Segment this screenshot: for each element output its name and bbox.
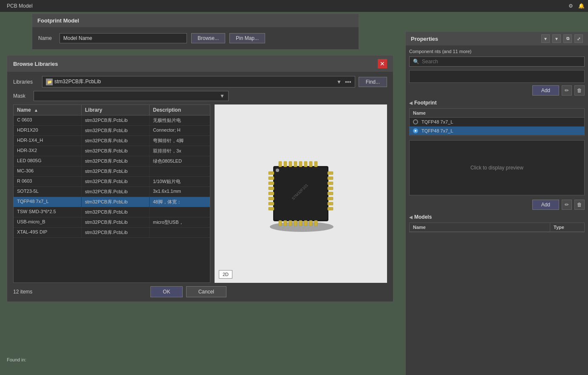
- footprint-radio[interactable]: [413, 119, 418, 124]
- svg-rect-5: [284, 161, 287, 167]
- edit-icon[interactable]: ✏: [562, 85, 572, 96]
- table-row[interactable]: XTAL-49S DIP stm32PCB库.PcbLib: [14, 228, 210, 238]
- svg-rect-6: [289, 161, 292, 167]
- browse-title: Browse Libraries: [13, 61, 58, 67]
- svg-rect-34: [328, 202, 333, 205]
- row-name: R 0603: [14, 177, 82, 186]
- col-description: Description: [150, 105, 210, 115]
- section-collapse-icon: ◀: [409, 101, 413, 105]
- cancel-button[interactable]: Cancel: [186, 286, 226, 297]
- props-title-icons: ▼ ▼ ⧉ ⤢: [541, 34, 583, 43]
- table-row[interactable]: SOT23-5L stm32PCB库.PcbLib 3x1.6x1.1mm: [14, 187, 210, 197]
- svg-rect-10: [309, 161, 312, 167]
- row-name: USB-micro_B: [14, 217, 82, 227]
- svg-rect-25: [269, 197, 274, 200]
- row-description: 1/10W贴片电: [150, 177, 210, 186]
- libraries-dropdown[interactable]: 📁 stm32PCB库.PcbLib ▼ •••: [42, 76, 355, 87]
- find-button[interactable]: Find...: [359, 77, 387, 87]
- 2d-toggle-button[interactable]: 2D: [219, 270, 232, 279]
- copy-icon[interactable]: ⧉: [563, 34, 572, 43]
- svg-rect-22: [269, 182, 274, 185]
- edit-icon-2[interactable]: ✏: [562, 200, 572, 210]
- footprint-name: TQFP48 7x7_L: [421, 119, 453, 124]
- svg-rect-19: [314, 220, 317, 226]
- footprint-row[interactable]: TQFP48 7x7_L: [410, 127, 584, 135]
- row-description: [150, 207, 210, 217]
- table-row[interactable]: R 0603 stm32PCB库.PcbLib 1/10W贴片电: [14, 177, 210, 187]
- row-name: C 0603: [14, 116, 82, 125]
- mask-input[interactable]: ▼: [34, 91, 229, 101]
- top-bar: PCB Model ⚙ 🔔: [0, 0, 588, 12]
- mask-dropdown-icon: ▼: [220, 93, 225, 99]
- row-name: HDR-3X2: [14, 146, 82, 156]
- row-description: 弯脚排针，4脚: [150, 136, 210, 146]
- expand-icon[interactable]: ⤢: [574, 34, 583, 43]
- svg-rect-35: [328, 207, 333, 210]
- col-name: Name ▲: [14, 105, 82, 115]
- delete-icon-2[interactable]: 🗑: [574, 200, 585, 210]
- search-input[interactable]: [422, 59, 581, 65]
- footprint-radio[interactable]: [413, 128, 418, 133]
- svg-point-36: [276, 169, 279, 172]
- table-row[interactable]: HDR1X20 stm32PCB库.PcbLib Connector; H: [14, 126, 210, 136]
- models-table: Name Type: [409, 223, 585, 232]
- footprint-section: ◀ Footprint Name TQFP48 7x7_L TQFP48 7x7…: [409, 100, 585, 136]
- row-name: SOT23-5L: [14, 187, 82, 197]
- pin-map-button[interactable]: Pin Map...: [229, 33, 265, 43]
- table-row[interactable]: TSW SMD-3*6*2.5 stm32PCB库.PcbLib: [14, 207, 210, 217]
- svg-rect-17: [304, 220, 307, 226]
- dialog-buttons: OK Cancel: [32, 286, 387, 297]
- models-col-type: Type: [550, 223, 584, 231]
- delete-icon[interactable]: 🗑: [574, 85, 585, 96]
- library-icon: 📁: [46, 79, 53, 85]
- table-row[interactable]: USB-micro_B stm32PCB库.PcbLib micro型USB，: [14, 217, 210, 228]
- library-name: stm32PCB库.PcbLib: [54, 78, 101, 85]
- add-button-2[interactable]: Add: [532, 200, 559, 210]
- model-name-input[interactable]: [59, 33, 187, 43]
- filter-dropdown-icon[interactable]: ▼: [552, 34, 561, 43]
- table-row[interactable]: HDR-1X4_H stm32PCB库.PcbLib 弯脚排针，4脚: [14, 136, 210, 146]
- row-name: XTAL-49S DIP: [14, 228, 82, 237]
- row-name: LED 0805G: [14, 156, 82, 166]
- row-library: stm32PCB库.PcbLib: [82, 166, 150, 176]
- table-row[interactable]: LED 0805G stm32PCB库.PcbLib 绿色0805LED: [14, 156, 210, 166]
- ok-button[interactable]: OK: [150, 286, 182, 297]
- footprint-name: TQFP48 7x7_L: [421, 128, 453, 133]
- row-description: micro型USB，: [150, 217, 210, 227]
- footprint-preview-placeholder[interactable]: Click to display preview: [409, 140, 585, 195]
- table-row[interactable]: HDR-3X2 stm32PCB库.PcbLib 双排排针，3x: [14, 146, 210, 156]
- table-row[interactable]: TQFP48 7x7_L stm32PCB库.PcbLib 48脚，体宽：: [14, 197, 210, 207]
- search-bar: 🔍: [409, 56, 585, 67]
- footprint-row[interactable]: TQFP48 7x7_L: [410, 118, 584, 127]
- row-library: stm32PCB库.PcbLib: [82, 217, 150, 227]
- add-button[interactable]: Add: [532, 85, 559, 96]
- gear-icon[interactable]: ⚙: [568, 3, 573, 9]
- add-row: Add ✏ 🗑: [409, 85, 585, 96]
- svg-rect-8: [299, 161, 302, 167]
- props-title-bar: Properties ▼ ▼ ⧉ ⤢: [406, 32, 588, 45]
- filter-icon[interactable]: ▼: [541, 34, 550, 43]
- dropdown-arrow-icon: ▼: [336, 79, 342, 85]
- bell-icon[interactable]: 🔔: [578, 3, 585, 9]
- row-name: HDR-1X4_H: [14, 136, 82, 146]
- svg-rect-21: [269, 177, 274, 180]
- more-options-icon[interactable]: •••: [345, 79, 351, 85]
- svg-rect-7: [294, 161, 297, 167]
- row-library: stm32PCB库.PcbLib: [82, 146, 150, 156]
- table-header: Name ▲ Library Description: [14, 105, 210, 116]
- models-section-title: Models: [414, 214, 432, 220]
- row-description: 48脚，体宽：: [150, 197, 210, 207]
- table-row[interactable]: C 0603 stm32PCB库.PcbLib 无极性贴片电: [14, 116, 210, 126]
- table-row[interactable]: MC-306 stm32PCB库.PcbLib: [14, 166, 210, 177]
- svg-rect-30: [328, 182, 333, 185]
- svg-rect-12: [279, 220, 282, 226]
- svg-rect-9: [304, 161, 307, 167]
- sort-arrow-icon: ▲: [34, 108, 38, 113]
- close-button[interactable]: ✕: [378, 59, 387, 68]
- footprint-model-body: Name Browse... Pin Map...: [32, 27, 359, 49]
- library-table: Name ▲ Library Description C 0603 stm32P…: [13, 104, 210, 283]
- libraries-label: Libraries: [13, 79, 39, 85]
- models-header: Name Type: [410, 223, 584, 232]
- row-description: 双排排针，3x: [150, 146, 210, 156]
- browse-button[interactable]: Browse...: [191, 33, 225, 43]
